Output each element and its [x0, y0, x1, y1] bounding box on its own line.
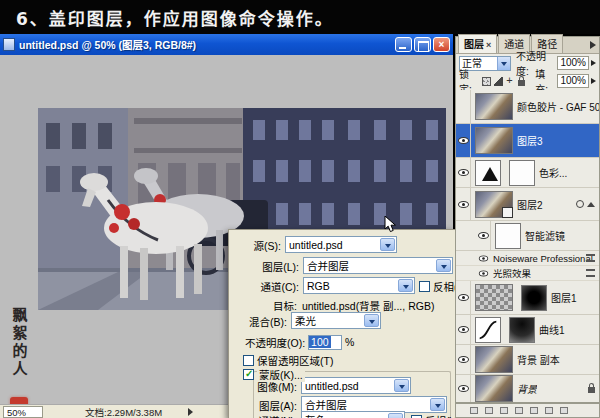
layer-thumbnail[interactable] — [475, 375, 513, 402]
tab-layers[interactable]: 图层× — [458, 34, 497, 53]
curves-adjustment-icon[interactable] — [475, 317, 501, 343]
smart-object-thumbnail[interactable] — [475, 191, 513, 218]
layer-row-background-copy[interactable]: 背景 副本 — [456, 345, 599, 375]
target-value: untitled.psd(背景 副..., RGB) — [302, 298, 434, 313]
lock-row: 锁定: 填充: 100% — [456, 72, 599, 90]
visibility-toggle[interactable] — [456, 281, 471, 314]
lock-transparency-icon[interactable] — [482, 77, 491, 86]
delete-layer-icon[interactable] — [560, 407, 568, 414]
layers-list: 颜色胶片 - GAF 500 ... 图层3 色彩... 图层2 — [456, 90, 599, 403]
fill-value[interactable]: 100% — [557, 74, 589, 88]
visibility-eye-icon[interactable] — [479, 255, 488, 261]
document-title: untitled.psd @ 50% (图层3, RGB/8#) — [19, 37, 391, 52]
chevron-down-icon — [388, 413, 403, 418]
screenshot-root: 6、盖印图层，作应用图像命令操作。 untitled.psd @ 50% (图层… — [0, 0, 600, 418]
layer-mask-thumbnail[interactable] — [509, 160, 535, 186]
minimize-button[interactable] — [395, 37, 412, 52]
layer-row-background[interactable]: 背景 — [456, 375, 599, 403]
mask-channel-select[interactable]: 灰色 — [301, 411, 405, 418]
source-label: 源(S): — [254, 238, 281, 253]
channel-label: 通道(C): — [261, 279, 300, 294]
visibility-toggle[interactable] — [456, 124, 471, 157]
image-select[interactable]: untitled.psd — [301, 377, 411, 394]
new-group-icon[interactable] — [530, 407, 538, 414]
visibility-toggle[interactable] — [456, 315, 471, 344]
chevron-down-icon — [364, 314, 379, 327]
status-menu-arrow-icon[interactable] — [188, 408, 193, 416]
opacity-input[interactable]: 100 — [308, 335, 342, 350]
filter-blend-options-icon[interactable] — [586, 254, 595, 262]
adjustment-thumbnail[interactable] — [475, 160, 501, 186]
chevron-down-icon — [398, 279, 413, 292]
visibility-toggle[interactable] — [456, 375, 471, 402]
preserve-transparency-checkbox[interactable] — [243, 355, 254, 366]
visibility-eye-icon — [458, 326, 469, 333]
panel-footer — [456, 403, 599, 416]
opacity-label: 不透明度(O): — [245, 335, 305, 350]
layer-thumbnail[interactable] — [475, 346, 513, 373]
visibility-eye-icon — [458, 137, 469, 144]
layer-row-curves1[interactable]: 曲线1 — [456, 315, 599, 345]
visibility-eye-icon[interactable] — [479, 270, 488, 276]
lock-all-icon[interactable] — [518, 80, 525, 86]
layer-row-layer1[interactable]: 图层1 — [456, 281, 599, 315]
maximize-button[interactable] — [414, 37, 431, 52]
lock-pixels-icon[interactable] — [494, 77, 503, 86]
channel-select[interactable]: RGB — [303, 277, 415, 294]
close-button[interactable]: × — [433, 37, 450, 52]
fill-arrow-icon[interactable] — [591, 78, 596, 84]
visibility-toggle[interactable] — [456, 90, 471, 123]
source-select[interactable]: untitled.psd — [285, 236, 397, 253]
visibility-toggle[interactable] — [456, 158, 471, 187]
layer-select[interactable]: 合并图层 — [303, 257, 453, 274]
visibility-eye-icon — [458, 385, 469, 392]
visibility-toggle[interactable] — [456, 345, 471, 374]
filter-blend-options-icon[interactable] — [586, 269, 595, 277]
visibility-toggle[interactable] — [456, 188, 471, 220]
zoom-level-field[interactable]: 50% — [3, 406, 43, 418]
link-layers-icon[interactable] — [470, 407, 478, 414]
apply-image-dialog: 源(S): untitled.psd 图层(L): 合并图层 通道(C): RG… — [228, 229, 456, 418]
add-mask-icon[interactable] — [500, 407, 508, 414]
mask-label: 蒙版(K)... — [257, 367, 305, 382]
filter-mask-thumbnail[interactable] — [495, 223, 521, 249]
layer-thumbnail[interactable] — [475, 127, 513, 154]
chevron-down-icon — [430, 398, 445, 411]
layer-thumbnail[interactable] — [475, 93, 513, 120]
window-controls: × — [395, 37, 450, 52]
layer-mask-thumbnail[interactable] — [521, 285, 547, 311]
layers-panel: 图层× 通道 路径 正常 不透明度: 100% 锁定: — [455, 36, 600, 418]
visibility-eye-icon — [458, 201, 469, 208]
tab-close-icon[interactable]: × — [486, 40, 491, 50]
watermark-text: 飘絮的人 — [9, 295, 30, 391]
mask-channel-label: 通道(N): — [259, 413, 298, 418]
chevron-down-icon — [380, 238, 395, 251]
lock-position-icon[interactable] — [506, 77, 515, 86]
layer-thumbnail[interactable] — [475, 284, 513, 311]
layer-style-icon[interactable] — [485, 407, 493, 414]
layer-row-color-adjust[interactable]: 色彩... — [456, 158, 599, 188]
document-titlebar[interactable]: untitled.psd @ 50% (图层3, RGB/8#) × — [0, 34, 453, 55]
layer-row-layer3[interactable]: 图层3 — [456, 124, 599, 158]
visibility-eye-icon — [458, 356, 469, 363]
mask-invert-checkbox[interactable] — [411, 415, 422, 418]
smart-filter-noiseware[interactable]: Noiseware Professional — [456, 251, 599, 266]
layer-row-smart-filters[interactable]: 智能滤镜 — [456, 221, 599, 251]
smart-filter-badge-icon[interactable] — [576, 200, 584, 208]
layer-row-color-film[interactable]: 颜色胶片 - GAF 500 ... — [456, 90, 599, 124]
collapse-arrow-icon[interactable] — [587, 202, 595, 207]
panel-menu-icon[interactable] — [590, 41, 596, 49]
panel-opacity-value[interactable]: 100% — [557, 56, 589, 70]
new-adjustment-icon[interactable] — [515, 407, 523, 414]
visibility-eye-icon — [458, 294, 469, 301]
opacity-arrow-icon[interactable] — [591, 60, 596, 66]
invert-checkbox[interactable] — [419, 281, 430, 292]
visibility-toggle[interactable] — [476, 221, 491, 250]
layer-mask-thumbnail[interactable] — [509, 317, 535, 343]
smart-filter-lighting[interactable]: 光照效果 — [456, 266, 599, 281]
new-layer-icon[interactable] — [545, 407, 553, 414]
blend-select[interactable]: 柔光 — [291, 312, 381, 329]
blend-label: 混合(B): — [249, 314, 287, 329]
layer-row-layer2[interactable]: 图层2 — [456, 188, 599, 221]
mask-checkbox[interactable] — [243, 369, 254, 380]
